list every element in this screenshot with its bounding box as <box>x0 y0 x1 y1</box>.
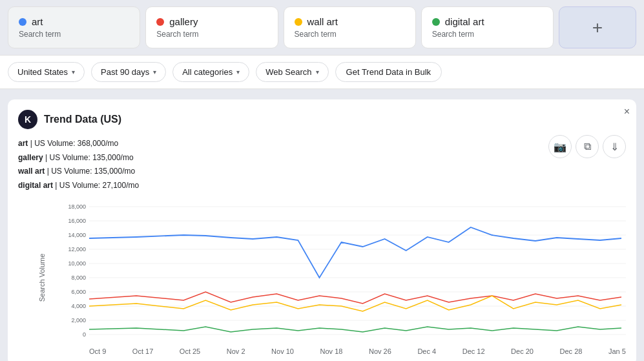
search-term-card-wall-art[interactable]: wall art Search term <box>284 6 416 48</box>
x-label-dec12: Dec 12 <box>462 347 485 355</box>
k-logo: K <box>18 110 37 129</box>
chart-actions: 📷 ⧉ ⇓ <box>548 135 626 158</box>
legend-digital-art: digital art | US Volume: 27,100/mo <box>18 179 626 193</box>
y-axis-label: Search Volume <box>38 254 46 302</box>
svg-text:12,000: 12,000 <box>68 246 87 253</box>
copy-icon: ⧉ <box>584 141 591 152</box>
x-label-nov26: Nov 26 <box>369 347 391 355</box>
location-chevron-icon: ▾ <box>72 68 75 76</box>
svg-text:0: 0 <box>83 331 86 338</box>
search-type-chevron-icon: ▾ <box>316 68 319 76</box>
svg-text:4,000: 4,000 <box>72 303 87 309</box>
camera-icon: 📷 <box>554 141 566 153</box>
category-label: All categories <box>182 67 233 77</box>
svg-text:14,000: 14,000 <box>68 232 87 238</box>
x-label-jan5: Jan 5 <box>608 347 626 355</box>
search-term-card-art[interactable]: art Search term <box>8 6 140 48</box>
camera-button[interactable]: 📷 <box>548 135 572 158</box>
period-label: Past 90 days <box>101 67 149 77</box>
x-label-dec4: Dec 4 <box>417 347 436 355</box>
digital-art-term-name: digital art <box>445 16 484 27</box>
svg-text:8,000: 8,000 <box>72 274 87 281</box>
copy-button[interactable]: ⧉ <box>576 135 599 158</box>
svg-text:18,000: 18,000 <box>68 203 87 210</box>
chart-svg-wrapper: .grid-line { stroke: #e0e0e0; stroke-wid… <box>57 200 626 355</box>
gallery-line <box>89 292 621 304</box>
gallery-dot <box>156 18 164 26</box>
x-label-oct9: Oct 9 <box>89 347 106 355</box>
x-label-nov2: Nov 2 <box>227 347 245 355</box>
period-filter[interactable]: Past 90 days ▾ <box>91 62 166 82</box>
main-content: × K Trend Data (US) art | US Volume: 368… <box>0 89 644 361</box>
wall-art-term-name: wall art <box>307 16 338 27</box>
trend-chart: .grid-line { stroke: #e0e0e0; stroke-wid… <box>57 200 626 342</box>
legend-info: art | US Volume: 368,000/mo gallery | US… <box>18 137 626 192</box>
close-panel-button[interactable]: × <box>624 106 630 118</box>
x-axis-labels: Oct 9 Oct 17 Oct 25 Nov 2 Nov 10 Nov 18 … <box>57 345 626 355</box>
svg-text:6,000: 6,000 <box>72 289 87 295</box>
digital-art-line <box>89 327 621 332</box>
legend-gallery: gallery | US Volume: 135,000/mo <box>18 151 626 165</box>
filters-bar: United States ▾ Past 90 days ▾ All categ… <box>0 55 644 89</box>
get-trend-bulk-button[interactable]: Get Trend Data in Bulk <box>335 62 442 82</box>
svg-text:16,000: 16,000 <box>68 218 87 224</box>
wall-art-term-type: Search term <box>295 30 405 39</box>
panel-header: K Trend Data (US) <box>18 110 626 129</box>
art-line <box>89 227 621 278</box>
search-term-card-digital-art[interactable]: digital art Search term <box>421 6 554 48</box>
add-search-term-button[interactable]: + <box>559 6 636 48</box>
search-type-filter[interactable]: Web Search ▾ <box>256 62 328 82</box>
panel-title: Trend Data (US) <box>44 114 121 125</box>
x-label-oct17: Oct 17 <box>132 347 153 355</box>
art-dot <box>19 18 26 26</box>
art-term-type: Search term <box>19 30 129 39</box>
location-label: United States <box>17 67 68 77</box>
search-terms-bar: art Search term gallery Search term wall… <box>0 0 644 55</box>
location-filter[interactable]: United States ▾ <box>8 62 85 82</box>
wall-art-line <box>89 296 621 311</box>
art-term-name: art <box>32 16 43 27</box>
gallery-term-name: gallery <box>169 16 198 27</box>
trend-panel: × K Trend Data (US) art | US Volume: 368… <box>8 99 636 361</box>
digital-art-term-type: Search term <box>432 30 543 39</box>
gallery-term-type: Search term <box>156 30 267 39</box>
x-label-nov18: Nov 18 <box>320 347 343 355</box>
download-icon: ⇓ <box>610 141 619 153</box>
legend-wall-art: wall art | US Volume: 135,000/mo <box>18 165 626 179</box>
category-filter[interactable]: All categories ▾ <box>172 62 249 82</box>
plus-icon: + <box>592 17 603 38</box>
period-chevron-icon: ▾ <box>153 68 156 76</box>
search-term-card-gallery[interactable]: gallery Search term <box>145 6 278 48</box>
x-label-dec28: Dec 28 <box>560 347 583 355</box>
chart-container: Search Volume .grid-line { stroke: #e0e0… <box>18 200 626 355</box>
x-label-oct25: Oct 25 <box>180 347 200 355</box>
x-label-dec20: Dec 20 <box>511 347 534 355</box>
wall-art-dot <box>295 18 302 26</box>
search-type-label: Web Search <box>265 67 311 77</box>
digital-art-dot <box>432 18 440 26</box>
x-label-nov10: Nov 10 <box>271 347 294 355</box>
download-button[interactable]: ⇓ <box>603 135 626 158</box>
category-chevron-icon: ▾ <box>236 68 240 76</box>
svg-text:10,000: 10,000 <box>68 260 87 267</box>
svg-text:2,000: 2,000 <box>72 317 87 324</box>
legend-art: art | US Volume: 368,000/mo <box>18 137 626 151</box>
